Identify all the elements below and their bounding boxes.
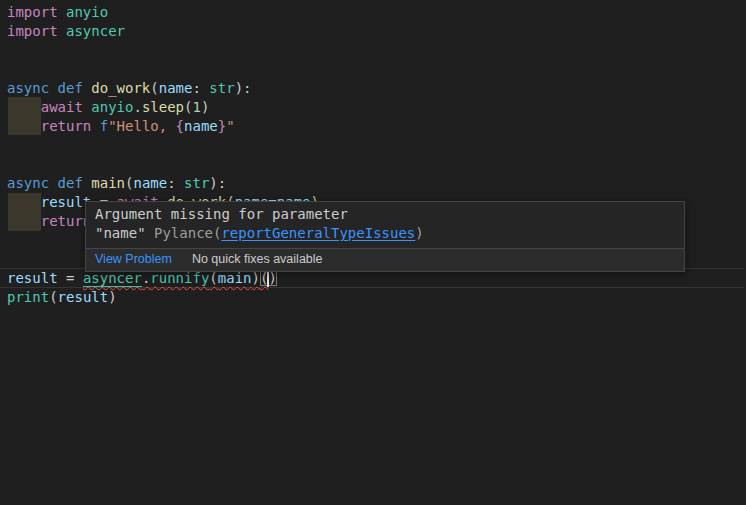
- code-token: def: [58, 80, 92, 96]
- code-token: 1: [192, 99, 200, 115]
- code-line[interactable]: [7, 60, 319, 79]
- code-token: (: [209, 270, 217, 286]
- editor: import anyioimport asyncerasync def do_w…: [0, 0, 746, 505]
- code-token: [7, 213, 41, 229]
- code-token: async: [7, 80, 58, 96]
- code-token: result: [58, 289, 109, 305]
- view-problem-button[interactable]: View Problem: [95, 252, 172, 267]
- code-token: import: [7, 4, 66, 20]
- code-token: "Hello,: [108, 118, 175, 134]
- code-token: ):: [209, 175, 226, 191]
- code-token: result: [41, 194, 92, 210]
- code-token: runnify: [150, 270, 209, 286]
- diagnostic-rule-link[interactable]: reportGeneralTypeIssues: [221, 225, 415, 241]
- code-line[interactable]: import asyncer: [7, 22, 319, 41]
- code-token: (: [150, 80, 158, 96]
- code-line[interactable]: [7, 41, 319, 60]
- text-cursor: [267, 271, 269, 287]
- diagnostic-message-line1: Argument missing for parameter: [95, 206, 348, 222]
- code-token: (: [49, 289, 57, 305]
- code-token: {: [176, 118, 184, 134]
- code-token: def: [58, 175, 92, 191]
- code-token: ): [268, 270, 276, 286]
- diagnostic-code-quote: "name": [95, 225, 146, 241]
- code-token: [7, 118, 41, 134]
- code-line[interactable]: [7, 136, 319, 155]
- code-token: await: [41, 99, 92, 115]
- code-token: async: [7, 175, 58, 191]
- diagnostic-source: Pylance(: [146, 225, 222, 241]
- code-token: name: [184, 118, 218, 134]
- code-line[interactable]: print(result): [7, 288, 319, 307]
- code-token: anyio: [91, 99, 133, 115]
- code-token: asyncer: [83, 270, 142, 287]
- code-token: ):: [235, 80, 252, 96]
- code-line[interactable]: await anyio.sleep(1): [7, 98, 319, 117]
- code-token: str: [209, 80, 234, 96]
- code-token: }: [218, 118, 226, 134]
- code-line[interactable]: [7, 155, 319, 174]
- code-token: name: [159, 80, 193, 96]
- code-token: [7, 194, 41, 210]
- code-token: ): [252, 270, 260, 286]
- code-line[interactable]: import anyio: [7, 3, 319, 22]
- code-token: :: [192, 80, 209, 96]
- code-token: =: [58, 270, 83, 286]
- code-token: name: [133, 175, 167, 191]
- code-token: asyncer: [66, 23, 125, 39]
- code-token: return: [41, 213, 92, 229]
- code-token: print: [7, 289, 49, 305]
- code-token: ): [108, 289, 116, 305]
- code-line[interactable]: return f"Hello, {name}": [7, 117, 319, 136]
- code-token: return: [41, 118, 100, 134]
- diagnostic-hover-popup: Argument missing for parameter"name" Pyl…: [85, 201, 685, 272]
- diagnostic-message: Argument missing for parameter"name" Pyl…: [86, 202, 684, 248]
- code-token: :: [167, 175, 184, 191]
- code-token: sleep: [142, 99, 184, 115]
- code-line[interactable]: async def main(name: str):: [7, 174, 319, 193]
- code-token: do_work: [91, 80, 150, 96]
- code-token: f: [100, 118, 108, 134]
- code-token: ": [226, 118, 234, 134]
- code-token: result: [7, 270, 58, 286]
- no-quick-fixes-label: No quick fixes available: [192, 252, 323, 267]
- code-line[interactable]: async def do_work(name: str):: [7, 79, 319, 98]
- code-token: [7, 99, 41, 115]
- code-token: str: [184, 175, 209, 191]
- hover-status-bar: View Problem No quick fixes available: [86, 248, 684, 271]
- code-token: main: [218, 270, 252, 286]
- code-token: .: [133, 99, 141, 115]
- code-token: main: [91, 175, 125, 191]
- code-token: ): [201, 99, 209, 115]
- code-token: import: [7, 23, 66, 39]
- diagnostic-source-close: ): [415, 225, 423, 241]
- code-token: anyio: [66, 4, 108, 20]
